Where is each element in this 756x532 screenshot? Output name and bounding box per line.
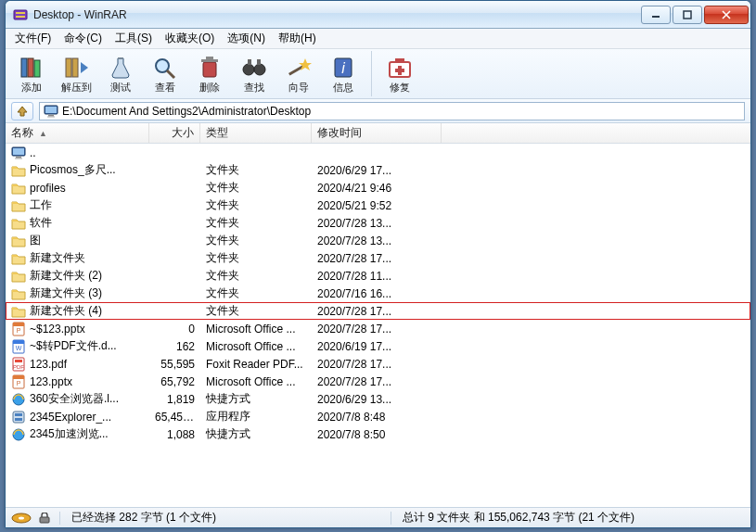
svg-point-13 bbox=[156, 59, 169, 72]
file-row[interactable]: 360安全浏览器.l...1,819快捷方式2020/6/29 13... bbox=[6, 390, 750, 408]
window-buttons bbox=[641, 6, 749, 24]
file-row[interactable]: 2345Explorer_...65,458,424应用程序2020/7/8 8… bbox=[6, 408, 750, 425]
tool-label: 修复 bbox=[390, 81, 410, 95]
tool-info-button[interactable]: i信息 bbox=[321, 51, 365, 97]
up-button[interactable] bbox=[11, 102, 33, 120]
file-name: 2345加速浏览... bbox=[30, 426, 109, 442]
file-type: Microsoft Office ... bbox=[200, 375, 312, 388]
file-date: 2020/7/16 16... bbox=[312, 287, 442, 300]
trash-icon bbox=[196, 55, 224, 81]
file-name: 360安全浏览器.l... bbox=[30, 391, 119, 407]
file-type: 快捷方式 bbox=[200, 426, 312, 442]
file-size: 65,458,424 bbox=[149, 411, 200, 424]
books-icon bbox=[18, 55, 45, 81]
file-date: 2020/7/28 17... bbox=[312, 375, 442, 388]
file-row[interactable]: Picosmos_多尺...文件夹2020/6/29 17... bbox=[6, 161, 750, 179]
file-name: profiles bbox=[30, 182, 66, 195]
svg-rect-35 bbox=[13, 148, 24, 155]
col-header-size[interactable]: 大小 bbox=[149, 123, 200, 143]
svg-rect-33 bbox=[47, 116, 55, 117]
file-name: 新建文件夹 (3) bbox=[30, 285, 102, 301]
svg-rect-53 bbox=[15, 418, 22, 421]
lock-icon bbox=[37, 513, 52, 524]
file-row[interactable]: P~$123.pptx0Microsoft Office ...2020/7/2… bbox=[6, 320, 750, 337]
svg-rect-2 bbox=[16, 16, 25, 18]
file-row[interactable]: W~$转PDF文件.d...162Microsoft Office ...202… bbox=[6, 337, 750, 355]
file-date: 2020/7/28 17... bbox=[312, 305, 442, 318]
file-type: 快捷方式 bbox=[200, 391, 312, 407]
file-row[interactable]: 图文件夹2020/7/28 13... bbox=[6, 232, 750, 249]
maximize-button[interactable] bbox=[673, 6, 702, 24]
file-list[interactable]: ..Picosmos_多尺...文件夹2020/6/29 17...profil… bbox=[6, 144, 750, 507]
tool-find-button[interactable]: 查找 bbox=[232, 51, 276, 97]
menu-4[interactable]: 选项(N) bbox=[222, 29, 271, 48]
parent-dir-row[interactable]: .. bbox=[6, 144, 750, 161]
menu-1[interactable]: 命令(C) bbox=[58, 29, 108, 48]
svg-rect-7 bbox=[21, 58, 27, 77]
file-date: 2020/7/28 17... bbox=[312, 252, 442, 265]
status-total: 总计 9 文件夹 和 155,062,743 字节 (21 个文件) bbox=[399, 510, 745, 526]
tool-extract-button[interactable]: 解压到 bbox=[54, 51, 98, 97]
binoculars-icon bbox=[240, 55, 268, 81]
file-date: 2020/4/21 9:46 bbox=[312, 182, 442, 195]
disk-icon bbox=[11, 513, 32, 524]
tool-label: 删除 bbox=[199, 81, 220, 95]
sort-asc-icon: ▲ bbox=[39, 129, 47, 138]
menu-5[interactable]: 帮助(H) bbox=[273, 29, 322, 48]
file-row[interactable]: profiles文件夹2020/4/21 9:46 bbox=[6, 179, 750, 196]
col-header-date[interactable]: 修改时间 bbox=[312, 123, 442, 143]
close-button[interactable] bbox=[704, 6, 749, 24]
svg-point-50 bbox=[13, 394, 24, 405]
file-size: 0 bbox=[149, 323, 200, 336]
tool-repair-button[interactable]: 修复 bbox=[378, 51, 422, 97]
file-row[interactable]: 2345加速浏览...1,088快捷方式2020/7/8 8:50 bbox=[6, 425, 750, 443]
tool-view-button[interactable]: 查看 bbox=[143, 51, 187, 97]
svg-rect-32 bbox=[48, 115, 54, 117]
tool-wizard-button[interactable]: 向导 bbox=[276, 51, 321, 97]
app-icon bbox=[13, 7, 28, 22]
svg-rect-31 bbox=[45, 107, 57, 113]
file-row[interactable]: P123.pptx65,792Microsoft Office ...2020/… bbox=[6, 373, 750, 390]
svg-point-18 bbox=[243, 64, 254, 75]
tool-delete-button[interactable]: 删除 bbox=[187, 51, 232, 97]
computer-icon bbox=[11, 146, 26, 160]
file-date: 2020/6/29 13... bbox=[312, 393, 442, 406]
svg-rect-11 bbox=[72, 58, 78, 77]
svg-point-54 bbox=[13, 429, 24, 440]
menu-2[interactable]: 工具(S) bbox=[109, 29, 158, 48]
folder-icon bbox=[11, 269, 26, 284]
svg-rect-1 bbox=[16, 12, 25, 14]
file-date: 2020/7/28 17... bbox=[312, 358, 442, 371]
menu-0[interactable]: 文件(F) bbox=[9, 29, 57, 48]
minimize-button[interactable] bbox=[641, 6, 671, 24]
file-type: 应用程序 bbox=[200, 409, 312, 424]
svg-text:P: P bbox=[17, 327, 21, 334]
file-row[interactable]: PDF123.pdf55,595Foxit Reader PDF...2020/… bbox=[6, 355, 750, 373]
file-row[interactable]: 工作文件夹2020/5/21 9:52 bbox=[6, 196, 750, 214]
monitor-icon bbox=[44, 105, 58, 118]
file-row[interactable]: 新建文件夹 (4)文件夹2020/7/28 17... bbox=[6, 302, 750, 320]
file-row[interactable]: 新建文件夹 (3)文件夹2020/7/16 16... bbox=[6, 285, 750, 302]
svg-rect-15 bbox=[203, 62, 216, 77]
svg-rect-21 bbox=[257, 59, 261, 65]
file-row[interactable]: 新建文件夹 (2)文件夹2020/7/28 11... bbox=[6, 267, 750, 285]
path-input[interactable]: E:\Document And Settings2\Administrator\… bbox=[39, 102, 745, 120]
wand-icon bbox=[285, 55, 313, 81]
col-header-name[interactable]: 名称▲ bbox=[6, 123, 149, 143]
addressbar: E:\Document And Settings2\Administrator\… bbox=[6, 99, 750, 123]
file-type: 文件夹 bbox=[200, 162, 312, 178]
file-type: 文件夹 bbox=[200, 233, 312, 248]
tool-add-button[interactable]: 添加 bbox=[9, 51, 54, 97]
file-row[interactable]: 新建文件夹文件夹2020/7/28 17... bbox=[6, 249, 750, 267]
col-header-type[interactable]: 类型 bbox=[200, 123, 312, 143]
tool-test-button[interactable]: 测试 bbox=[98, 51, 143, 97]
file-area: ..Picosmos_多尺...文件夹2020/6/29 17...profil… bbox=[6, 144, 750, 507]
svg-rect-12 bbox=[118, 57, 123, 59]
titlebar[interactable]: Desktop - WinRAR bbox=[6, 1, 750, 29]
svg-rect-37 bbox=[15, 158, 22, 158]
file-name: 软件 bbox=[30, 215, 52, 231]
file-size: 162 bbox=[149, 340, 200, 353]
svg-rect-10 bbox=[66, 58, 71, 77]
file-row[interactable]: 软件文件夹2020/7/28 13... bbox=[6, 214, 750, 232]
menu-3[interactable]: 收藏夹(O) bbox=[160, 29, 220, 48]
